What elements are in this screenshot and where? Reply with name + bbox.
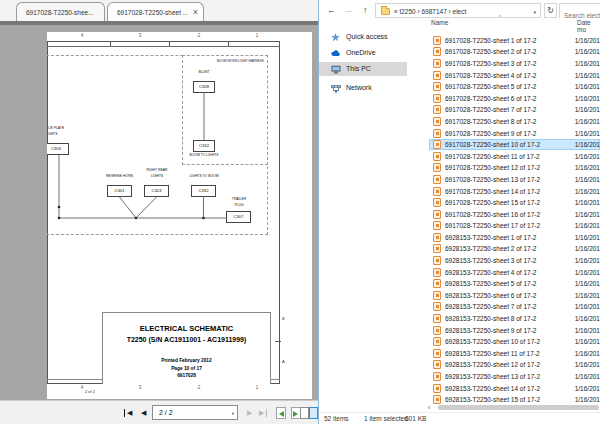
search-box[interactable]	[559, 3, 600, 18]
file-row[interactable]: 6917028-T2250-sheet 12 of 17-21/16/201	[429, 162, 600, 174]
file-name: 6928153-T2250-sheet 6 of 17-2	[445, 292, 575, 299]
sidebar-item-quick-access[interactable]: Quick access	[319, 30, 407, 44]
items-count: 52 items	[324, 415, 349, 422]
file-date: 1/16/201	[575, 95, 600, 102]
file-row[interactable]: 6928153-T2250-sheet 9 of 17-21/16/201	[429, 324, 600, 336]
file-date: 1/16/201	[575, 222, 600, 229]
file-row[interactable]: 6928153-T2250-sheet 10 of 17-21/16/201	[429, 336, 600, 348]
breadcrumb[interactable]: « t2250 › 6987147 › elect	[394, 8, 466, 15]
column-header-date[interactable]: Date mo	[577, 19, 600, 33]
file-row[interactable]: 6928153-T2250-sheet 3 of 17-21/16/201	[429, 255, 600, 267]
continuous-view-icon[interactable]	[309, 407, 318, 419]
file-name: 6928153-T2250-sheet 1 of 17-2	[445, 234, 575, 241]
file-row[interactable]: 6917028-T2250-sheet 4 of 17-21/16/201	[429, 69, 600, 81]
file-row[interactable]: 6928153-T2250-sheet 14 of 17-21/16/201	[429, 382, 600, 394]
file-name: 6928153-T2250-sheet 5 of 17-2	[445, 280, 575, 287]
scroll-left-icon[interactable]: ‹	[428, 404, 430, 412]
file-name: 6928153-T2250-sheet 4 of 17-2	[445, 269, 575, 276]
pdf-file-icon	[433, 349, 441, 358]
file-date: 1/16/201	[575, 303, 600, 310]
single-page-view-icon[interactable]	[300, 407, 309, 419]
pdf-file-icon	[433, 384, 441, 393]
close-icon[interactable]: ×	[193, 8, 198, 16]
address-bar[interactable]: « t2250 › 6987147 › elect ▾	[375, 3, 541, 18]
pdf-file-icon	[433, 210, 441, 219]
file-date: 1/16/201	[575, 211, 600, 218]
up-button[interactable]: ↑	[363, 5, 368, 15]
pdf-tab-2[interactable]: 6917028-T2250-sheet ... ×	[107, 2, 204, 21]
sidebar-item-this-pc[interactable]: This PC	[319, 62, 407, 76]
pdf-file-icon	[433, 71, 441, 80]
file-date: 1/16/201	[575, 280, 600, 287]
desktop: 6917028-T2250-shee... 6917028-T2250-shee…	[0, 0, 600, 424]
file-name: 6917028-T2250-sheet 13 of 17-2	[445, 176, 575, 183]
file-row[interactable]: 6917028-T2250-sheet 9 of 17-21/16/201	[429, 127, 600, 139]
back-button[interactable]: ←	[327, 5, 336, 15]
file-row[interactable]: 6928153-T2250-sheet 6 of 17-21/16/201	[429, 290, 600, 302]
file-row[interactable]: 6928153-T2250-sheet 13 of 17-21/16/201	[429, 371, 600, 383]
page-number-combo[interactable]: 2 / 2 ▾	[152, 405, 238, 420]
pdf-file-icon	[433, 360, 441, 369]
pdf-canvas[interactable]: 4 3 2 1 4 3 2 1 B A BOOM WORK/LIGHT HARN…	[0, 25, 320, 400]
star-icon	[331, 33, 340, 43]
connector-c307: C307	[226, 211, 251, 223]
selection-count: 1 item selected	[364, 415, 408, 422]
status-bar: 52 items 1 item selected 601 KB	[319, 412, 600, 424]
file-row[interactable]: 6917028-T2250-sheet 8 of 17-21/16/201	[429, 116, 600, 128]
file-row[interactable]: 6917028-T2250-sheet 11 of 17-21/16/201	[429, 150, 600, 162]
pdf-file-icon	[433, 198, 441, 207]
file-date: 1/16/201	[575, 48, 600, 55]
file-row[interactable]: 6917028-T2250-sheet 16 of 17-21/16/201	[429, 208, 600, 220]
first-page-button[interactable]: ◀	[127, 409, 132, 417]
title-block: ELECTRICAL SCHEMATIC T2250 (S/N AC191100…	[102, 312, 271, 384]
file-row[interactable]: 6928153-T2250-sheet 7 of 17-21/16/201	[429, 301, 600, 313]
file-row[interactable]: 6917028-T2250-sheet 10 of 17-21/16/201	[429, 139, 600, 151]
pdf-tab-1[interactable]: 6917028-T2250-shee...	[16, 2, 105, 21]
file-row[interactable]: 6928153-T2250-sheet 12 of 17-21/16/201	[429, 359, 600, 371]
sidebar-item-label: OneDrive	[346, 49, 376, 56]
file-row[interactable]: 6928153-T2250-sheet 11 of 17-21/16/201	[429, 348, 600, 360]
file-row[interactable]: 6917028-T2250-sheet 13 of 17-21/16/201	[429, 174, 600, 186]
file-row[interactable]: 6917028-T2250-sheet 2 of 17-21/16/201	[429, 46, 600, 58]
file-row[interactable]: 6917028-T2250-sheet 14 of 17-21/16/201	[429, 185, 600, 197]
file-row[interactable]: 6917028-T2250-sheet 6 of 17-21/16/201	[429, 92, 600, 104]
pdf-file-icon	[433, 36, 441, 45]
chevron-down-icon[interactable]: ▾	[533, 9, 536, 15]
file-name: 6928153-T2250-sheet 3 of 17-2	[445, 257, 575, 264]
column-header-name[interactable]: Name	[431, 19, 448, 26]
file-row[interactable]: 6928153-T2250-sheet 8 of 17-21/16/201	[429, 313, 600, 325]
file-row[interactable]: 6917028-T2250-sheet 7 of 17-21/16/201	[429, 104, 600, 116]
file-row[interactable]: 6928153-T2250-sheet 5 of 17-21/16/201	[429, 278, 600, 290]
pdf-file-icon	[433, 279, 441, 288]
next-page-button[interactable]: ▶	[247, 409, 252, 417]
license-plate-label-line2: GHTS	[48, 132, 78, 136]
file-row[interactable]: 6917028-T2250-sheet 3 of 17-21/16/201	[429, 58, 600, 70]
pdf-file-icon	[433, 337, 441, 346]
sidebar-item-network[interactable]: Network	[319, 81, 407, 95]
file-row[interactable]: 6917028-T2250-sheet 15 of 17-21/16/201	[429, 197, 600, 209]
scrollbar-thumb[interactable]	[438, 405, 599, 410]
file-row[interactable]: 6928153-T2250-sheet 2 of 17-21/16/201	[429, 243, 600, 255]
last-page-button[interactable]: ▶	[259, 409, 264, 417]
file-row[interactable]: 6917028-T2250-sheet 1 of 17-21/16/201	[429, 35, 600, 47]
file-date: 1/16/201	[575, 37, 600, 44]
forward-button[interactable]: →	[344, 5, 353, 15]
previous-page-button[interactable]: ◀	[141, 409, 146, 417]
pdf-file-icon	[433, 291, 441, 300]
file-row[interactable]: 6917028-T2250-sheet 17 of 17-21/16/201	[429, 220, 600, 232]
file-name: 6928153-T2250-sheet 2 of 17-2	[445, 245, 575, 252]
sidebar-item-onedrive[interactable]: OneDrive	[319, 46, 407, 60]
file-row[interactable]: 6917028-T2250-sheet 5 of 17-21/16/201	[429, 81, 600, 93]
previous-view-icon[interactable]	[276, 407, 286, 419]
file-name: 6928153-T2250-sheet 7 of 17-2	[445, 303, 575, 310]
file-date: 1/16/201	[575, 130, 600, 137]
boom-to-lights-label: BOOM TO LIGHTS	[173, 153, 235, 157]
refresh-button[interactable]: ↻	[544, 3, 557, 18]
file-date: 1/16/201	[575, 269, 600, 276]
file-row[interactable]: 6928153-T2250-sheet 1 of 17-21/16/201	[429, 232, 600, 244]
file-date: 1/16/201	[575, 257, 600, 264]
folder-icon	[381, 8, 390, 15]
horizontal-scrollbar[interactable]: ‹	[425, 404, 600, 412]
file-row[interactable]: 6928153-T2250-sheet 4 of 17-21/16/201	[429, 266, 600, 278]
file-explorer-window: ← → ↑ « t2250 › 6987147 › elect ▾ ↻ Name…	[318, 0, 600, 424]
